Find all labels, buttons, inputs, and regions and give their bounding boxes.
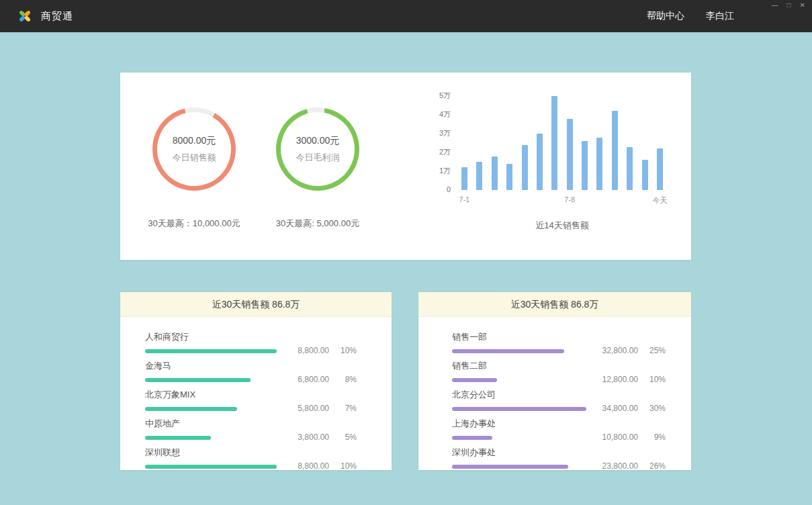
- app-logo-icon: [17, 9, 32, 24]
- y-axis: 01万2万3万4万5万: [431, 96, 455, 190]
- today-sales-ring: 8000.00元 今日销售额: [152, 107, 236, 191]
- daily-sales-bar: [506, 164, 512, 190]
- customer-ranking-list: 人和商贸行8,800.0010%金海马6,800.008%北京万象MIX5,80…: [120, 317, 392, 469]
- ranking-item-bar: [145, 436, 211, 440]
- ranking-item-percent: 10%: [338, 346, 357, 355]
- ranking-item-bar: [145, 378, 251, 382]
- user-menu[interactable]: 李白江: [706, 10, 734, 22]
- help-center-link[interactable]: 帮助中心: [647, 10, 684, 22]
- ranking-item-name: 北京万象MIX: [145, 389, 277, 401]
- today-profit-value: 3000.00元: [296, 135, 340, 147]
- today-profit-donut: 3000.00元 今日毛利润 30天最高: 5,000.00元: [255, 107, 380, 230]
- app-title: 商贸通: [41, 10, 73, 23]
- ranking-item-value: 12,800.00: [602, 375, 638, 384]
- today-sales-ring-center: 8000.00元 今日销售额: [152, 107, 236, 191]
- y-axis-label: 2万: [439, 148, 451, 156]
- titlebar-right: 帮助中心 李白江: [647, 10, 812, 22]
- ranking-item-name: 金海马: [145, 360, 277, 372]
- y-axis-label: 0: [447, 186, 451, 193]
- today-sales-donut: 8000.00元 今日销售额 30天最高：10,000.00元: [132, 107, 257, 230]
- today-profit-ring: 3000.00元 今日毛利润: [276, 107, 359, 191]
- ranking-item-value: 3,800.00: [298, 432, 329, 442]
- ranking-item-percent: 9%: [647, 432, 666, 442]
- daily-sales-bar: [612, 111, 618, 190]
- ranking-item-name: 中原地产: [145, 418, 277, 430]
- ranking-item-value: 6,800.00: [298, 375, 329, 384]
- ranking-row: 金海马6,800.008%: [145, 360, 357, 382]
- daily-sales-bar: [461, 167, 467, 190]
- ranking-row: 深圳联想8,800.0010%: [145, 447, 357, 469]
- ranking-item-percent: 7%: [338, 404, 357, 413]
- ranking-item-percent: 8%: [338, 375, 357, 384]
- daily-sales-bar: [582, 141, 588, 190]
- daily-sales-bar: [596, 138, 602, 190]
- x-axis: 7-17-8今天: [461, 195, 663, 205]
- overview-card: 8000.00元 今日销售额 30天最高：10,000.00元 3000.00元…: [120, 73, 691, 260]
- window-controls: — □ ✕: [772, 2, 805, 9]
- ranking-item-value: 34,800.00: [602, 404, 638, 413]
- ranking-item-name: 销售一部: [452, 331, 590, 343]
- ranking-item-bar: [452, 436, 492, 440]
- ranking-item-name: 销售二部: [452, 360, 590, 372]
- ranking-item-bar: [452, 378, 497, 382]
- today-sales-label: 今日销售额: [173, 152, 216, 164]
- ranking-item-bar: [452, 349, 564, 353]
- today-profit-footnote: 30天最高: 5,000.00元: [255, 218, 380, 230]
- daily-sales-bar: [476, 162, 482, 190]
- ranking-item-name: 深圳办事处: [452, 447, 590, 459]
- daily-sales-bar: [551, 96, 557, 190]
- window-close-icon[interactable]: ✕: [800, 2, 805, 9]
- today-sales-footnote: 30天最高：10,000.00元: [132, 218, 257, 230]
- ranking-item-percent: 30%: [647, 404, 666, 413]
- daily-sales-bar: [567, 119, 573, 190]
- ranking-item-bar: [145, 407, 237, 411]
- ranking-row: 上海办事处10,800.009%: [452, 418, 666, 440]
- ranking-item-bar: [452, 407, 586, 411]
- ranking-item-value: 10,800.00: [602, 432, 638, 442]
- ranking-row: 北京万象MIX5,800.007%: [145, 389, 357, 411]
- ranking-row: 人和商贸行8,800.0010%: [145, 331, 357, 353]
- ranking-item-name: 北京分公司: [452, 389, 590, 401]
- today-profit-ring-center: 3000.00元 今日毛利润: [276, 107, 359, 191]
- ranking-row: 深圳办事处23,800.0026%: [452, 447, 666, 469]
- ranking-item-value: 32,800.00: [602, 346, 638, 355]
- ranking-item-percent: 25%: [647, 346, 666, 355]
- ranking-item-percent: 10%: [647, 375, 666, 384]
- ranking-item-bar: [452, 465, 568, 469]
- x-axis-label: 7-1: [459, 195, 470, 203]
- x-axis-label: 7-8: [564, 195, 575, 203]
- today-sales-value: 8000.00元: [173, 135, 216, 147]
- ranking-item-name: 人和商贸行: [145, 331, 277, 343]
- department-ranking-title: 近30天销售额 86.8万: [418, 292, 691, 317]
- ranking-item-name: 深圳联想: [145, 447, 277, 459]
- ranking-row: 北京分公司34,800.0030%: [452, 389, 666, 411]
- y-axis-label: 5万: [439, 92, 451, 99]
- department-ranking-panel: 近30天销售额 86.8万 销售一部32,800.0025%销售二部12,800…: [418, 292, 691, 470]
- window-minimize-icon[interactable]: —: [772, 2, 778, 9]
- brand: 商贸通: [17, 9, 73, 24]
- y-axis-label: 4万: [439, 111, 451, 118]
- daily-sales-chart: 01万2万3万4万5万 7-17-8今天 近14天销售额: [431, 96, 676, 232]
- y-axis-label: 1万: [439, 167, 451, 175]
- daily-sales-bar: [657, 148, 663, 190]
- window-maximize-icon[interactable]: □: [787, 2, 791, 9]
- daily-sales-bar: [627, 147, 633, 190]
- daily-sales-plot: 01万2万3万4万5万: [461, 96, 663, 190]
- ranking-item-percent: 10%: [338, 461, 357, 471]
- daily-sales-bar: [537, 134, 543, 190]
- ranking-item-value: 8,800.00: [298, 461, 329, 471]
- ranking-row: 中原地产3,800.005%: [145, 418, 357, 440]
- ranking-item-value: 5,800.00: [298, 404, 329, 413]
- ranking-item-percent: 5%: [338, 432, 357, 442]
- ranking-item-name: 上海办事处: [452, 418, 590, 430]
- y-axis-label: 3万: [439, 130, 451, 137]
- daily-sales-bar: [492, 156, 498, 190]
- ranking-item-bar: [145, 465, 277, 469]
- customer-ranking-panel: 近30天销售额 86.8万 人和商贸行8,800.0010%金海马6,800.0…: [120, 292, 392, 470]
- daily-sales-bar: [642, 160, 648, 190]
- ranking-row: 销售二部12,800.0010%: [452, 360, 666, 382]
- daily-sales-chart-caption: 近14天销售额: [461, 220, 663, 232]
- ranking-item-percent: 26%: [647, 461, 666, 471]
- titlebar: — □ ✕ 商贸通 帮助中心 李白江: [0, 0, 812, 32]
- department-ranking-list: 销售一部32,800.0025%销售二部12,800.0010%北京分公司34,…: [418, 317, 691, 469]
